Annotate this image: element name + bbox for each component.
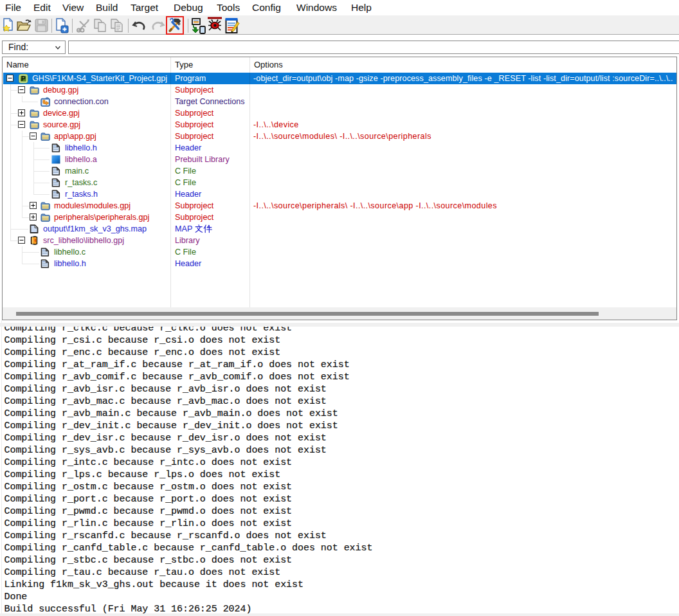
svg-text:P: P [21,75,26,82]
